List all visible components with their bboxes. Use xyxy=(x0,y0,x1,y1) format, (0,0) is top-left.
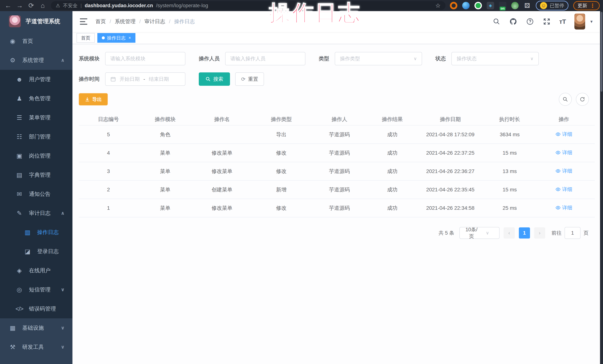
detail-link[interactable]: 详细 xyxy=(556,131,572,138)
type-select[interactable]: 操作类型 ∨ xyxy=(335,52,422,65)
browser-update-button[interactable]: 更新 ⋮ xyxy=(573,1,600,10)
detail-link[interactable]: 详细 xyxy=(556,168,572,174)
sidebar-item-department-management[interactable]: ☷ 部门管理 xyxy=(0,127,72,146)
avatar-caret-down-icon[interactable]: ▾ xyxy=(590,19,592,24)
sidebar-item-label: 基础设施 xyxy=(22,324,44,332)
next-page-button[interactable]: › xyxy=(534,227,545,239)
tab-close-icon[interactable]: × xyxy=(128,35,131,40)
module-input[interactable]: 请输入系统模块 xyxy=(105,52,186,65)
reset-button[interactable]: ⟳ 重置 xyxy=(235,72,264,86)
sidebar-item-dictionary-management[interactable]: ▤ 字典管理 xyxy=(0,165,72,185)
sidebar-item-notice[interactable]: ✉ 通知公告 xyxy=(0,185,72,204)
extension-switch-icon[interactable]: on xyxy=(499,2,506,9)
chevron-down-icon: ∨ xyxy=(61,344,65,350)
sidebar-item-system-management[interactable]: ⚙ 系统管理 ∧ xyxy=(0,51,72,70)
sidebar-item-login-log[interactable]: ◪ 登录日志 xyxy=(0,242,72,261)
department-icon: ☷ xyxy=(15,133,23,140)
sidebar-item-role-management[interactable]: ♟ 角色管理 xyxy=(0,89,72,108)
active-dot-icon xyxy=(102,36,105,39)
detail-label: 详细 xyxy=(562,168,572,174)
help-icon[interactable] xyxy=(526,17,534,26)
sidebar-item-label: 部门管理 xyxy=(29,133,50,141)
detail-link[interactable]: 详细 xyxy=(556,204,572,211)
sidebar-item-label: 审计日志 xyxy=(29,210,50,217)
filter-row-2: 操作时间 开始日期 - 结束日期 搜索 ⟳ 重置 xyxy=(79,72,595,86)
top-navbar: 首页 / 系统管理 / 审计日志 / 操作日志 ᴛT ▾ xyxy=(72,11,600,32)
detail-link[interactable]: 详细 xyxy=(556,186,572,193)
status-select[interactable]: 操作状态 ∨ xyxy=(452,52,539,65)
github-icon[interactable] xyxy=(509,17,517,26)
browser-reload-icon[interactable]: ⟳ xyxy=(26,0,36,11)
page-size-select[interactable]: 10条/页 ∨ xyxy=(459,227,499,239)
header-search-icon[interactable] xyxy=(492,17,501,26)
sidebar-item-user-management[interactable]: ☻ 用户管理 xyxy=(0,70,72,89)
extension-diamond-icon[interactable]: ◈ xyxy=(487,2,494,9)
recorder-paused-pill[interactable]: ☺ 已暂停 xyxy=(536,1,568,11)
browser-menu-dots-icon[interactable]: ⋮ xyxy=(590,2,595,9)
navbar-actions: ᴛT ▾ xyxy=(492,13,592,30)
bookmark-star-icon[interactable]: ☆ xyxy=(435,2,441,9)
extension-sprout-icon[interactable] xyxy=(511,2,519,9)
role-icon: ♟ xyxy=(15,95,23,102)
sidebar-item-menu-management[interactable]: ☰ 菜单管理 xyxy=(0,108,72,127)
table-row: 3 菜单 修改菜单 修改 芋道源码 成功 2021-04-26 22:36:27… xyxy=(79,162,595,180)
menu-list-icon: ☰ xyxy=(15,114,23,121)
browser-forward-icon[interactable]: → xyxy=(15,0,24,11)
notice-icon: ✉ xyxy=(15,190,23,198)
sidebar-item-dev-tools[interactable]: ⚒ 研发工具 ∨ xyxy=(0,337,72,357)
breadcrumb-system[interactable]: 系统管理 xyxy=(115,18,136,25)
app-logo-row[interactable]: 芋道管理系统 xyxy=(0,11,72,32)
scrollbar-thumb[interactable] xyxy=(601,12,603,92)
main-content: 系统模块 请输入系统模块 操作人员 请输入操作人员 类型 操作类型 ∨ 状态 xyxy=(72,44,600,364)
chevron-down-icon: ∨ xyxy=(530,56,533,61)
table-row: 2 菜单 创建菜单 新增 芋道源码 成功 2021-04-26 22:35:45… xyxy=(79,180,595,199)
search-button[interactable]: 搜索 xyxy=(199,72,230,86)
toggle-search-button[interactable] xyxy=(559,93,572,106)
cell-duration: 15 ms xyxy=(484,187,535,193)
emoji-face-icon: ☺ xyxy=(540,2,547,9)
search-button-label: 搜索 xyxy=(213,76,223,82)
export-button[interactable]: 导出 xyxy=(79,93,108,105)
sidebar-item-error-code-management[interactable]: </> 错误码管理 xyxy=(0,299,72,318)
sidebar-item-online-users[interactable]: ◈ 在线用户 xyxy=(0,261,72,280)
tab-home[interactable]: 首页 xyxy=(77,33,95,43)
cell-date: 2021-04-26 22:34:58 xyxy=(417,205,484,211)
cell-log-id: 1 xyxy=(79,205,138,211)
extension-green-circle-icon[interactable] xyxy=(475,2,482,9)
breadcrumb-home[interactable]: 首页 xyxy=(95,18,106,25)
sidebar-item-label: 短信管理 xyxy=(29,286,50,293)
browser-back-icon[interactable]: ← xyxy=(3,0,13,11)
reset-button-label: 重置 xyxy=(248,76,258,82)
detail-label: 详细 xyxy=(562,204,572,211)
sidebar-item-infrastructure[interactable]: ▦ 基础设施 ∨ xyxy=(0,318,72,337)
total-count: 共 5 条 xyxy=(439,230,454,236)
address-bar[interactable]: ⚠ 不安全 | dashboard.yudao.iocoder.cn /syst… xyxy=(51,1,445,10)
date-range-picker[interactable]: 开始日期 - 结束日期 xyxy=(105,72,186,86)
extension-blue-drop-icon[interactable] xyxy=(462,2,470,9)
font-size-icon[interactable]: ᴛT xyxy=(559,18,566,25)
extensions-puzzle-icon[interactable]: ⚄ xyxy=(523,2,531,9)
sidebar-item-home[interactable]: ◉ 首页 xyxy=(0,32,72,51)
detail-link[interactable]: 详细 xyxy=(556,149,572,156)
sidebar-item-audit-log[interactable]: ✎ 审计日志 ∧ xyxy=(0,204,72,223)
tab-operate-log[interactable]: 操作日志 × xyxy=(97,33,135,43)
fullscreen-icon[interactable] xyxy=(543,17,551,26)
avatar[interactable] xyxy=(574,13,585,30)
goto-page-input[interactable]: 1 xyxy=(565,227,580,239)
breadcrumb-audit-log[interactable]: 审计日志 xyxy=(145,18,165,25)
sidebar-item-operate-log[interactable]: ▥ 操作日志 xyxy=(0,223,72,242)
cell-module: 菜单 xyxy=(138,205,192,212)
extension-orange-ring-icon[interactable] xyxy=(450,2,457,9)
sidebar-item-sms-management[interactable]: ◎ 短信管理 ∨ xyxy=(0,280,72,299)
operator-placeholder: 请输入操作人员 xyxy=(230,55,266,62)
operator-input[interactable]: 请输入操作人员 xyxy=(225,52,305,65)
goto-page-value: 1 xyxy=(571,230,574,236)
sidebar-item-post-management[interactable]: ▣ 岗位管理 xyxy=(0,146,72,165)
window-scrollbar[interactable] xyxy=(600,11,603,364)
settings-gear-icon: ⚙ xyxy=(9,57,17,64)
sidebar-collapse-icon[interactable] xyxy=(80,18,87,25)
prev-page-button[interactable]: ‹ xyxy=(504,227,515,239)
page-number-1[interactable]: 1 xyxy=(519,227,530,239)
browser-home-icon[interactable]: ⌂ xyxy=(38,0,47,11)
refresh-table-button[interactable] xyxy=(576,93,589,106)
